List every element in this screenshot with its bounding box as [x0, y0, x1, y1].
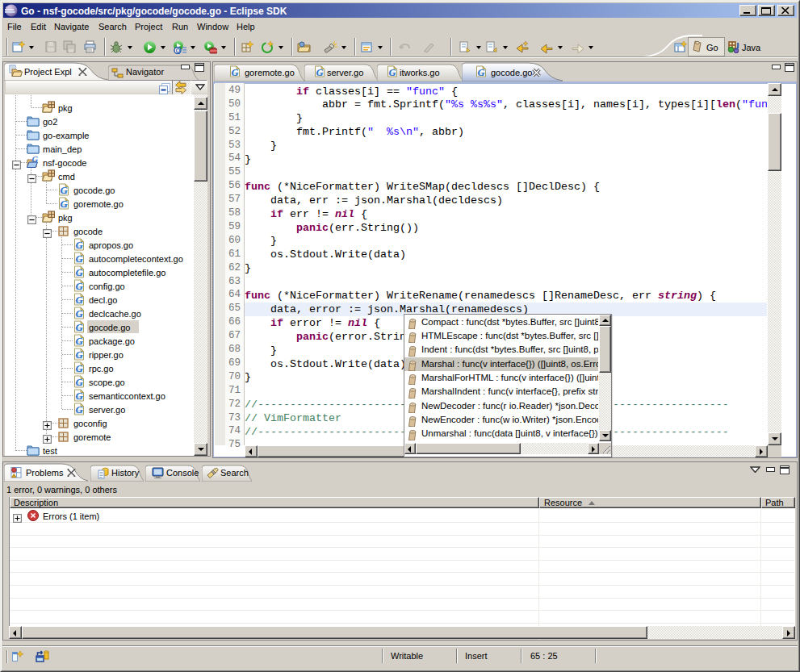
svg-text:Q: Q	[176, 48, 181, 54]
svg-text:G: G	[76, 294, 84, 306]
svg-text:G: G	[32, 156, 39, 164]
svg-text:G: G	[316, 67, 324, 78]
svg-text:G: G	[478, 67, 485, 78]
svg-text:G: G	[76, 376, 84, 388]
svg-text:G: G	[76, 335, 84, 347]
svg-text:G: G	[76, 362, 84, 374]
svg-text:G: G	[76, 266, 84, 278]
svg-text:G: G	[76, 280, 84, 292]
svg-text:G: G	[61, 184, 69, 196]
svg-text:G: G	[76, 321, 84, 333]
svg-text:G: G	[232, 67, 239, 78]
svg-text:G: G	[61, 198, 69, 210]
svg-text:G: G	[76, 349, 84, 361]
svg-text:G: G	[76, 307, 84, 319]
svg-text:G: G	[76, 253, 84, 265]
svg-text:G: G	[389, 67, 396, 78]
svg-text:G: G	[76, 403, 84, 415]
svg-text:G: G	[76, 390, 84, 402]
svg-text:G: G	[76, 239, 84, 251]
